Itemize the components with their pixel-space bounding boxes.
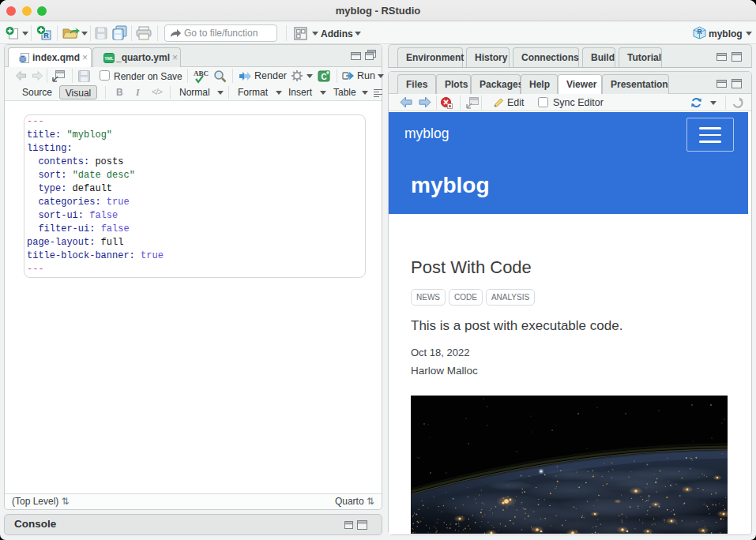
svg-text:YML: YML — [104, 56, 114, 61]
svg-text:R: R — [697, 28, 701, 36]
svg-text:ABC: ABC — [194, 69, 209, 77]
